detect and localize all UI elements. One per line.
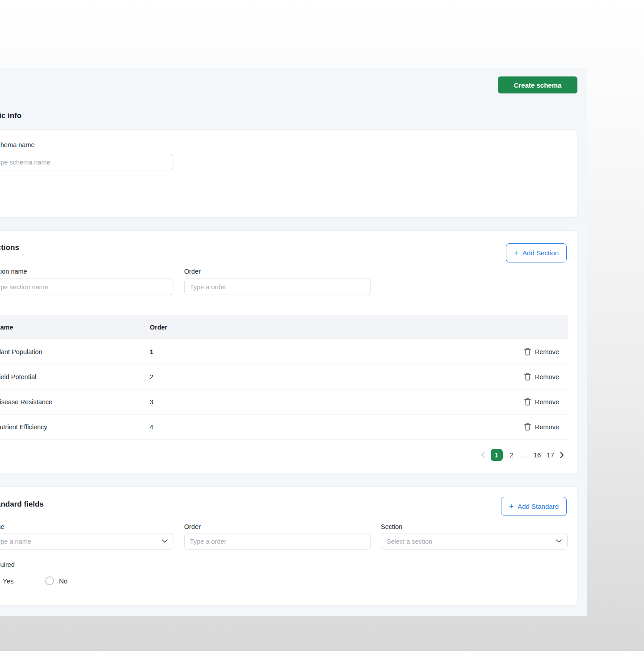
trash-icon: [524, 373, 531, 380]
section-order-cell: 4: [150, 423, 153, 431]
trash-icon: [524, 348, 531, 355]
no-radio[interactable]: [45, 576, 54, 585]
standard-fields-card: Standard fields + Add Standard Name Orde…: [0, 486, 578, 606]
pagination-page-1[interactable]: 1: [491, 449, 503, 461]
section-name-label: Section name: [0, 268, 27, 275]
section-order-cell: 2: [150, 373, 153, 380]
remove-label: Remove: [535, 373, 559, 380]
column-header-order: Order: [150, 324, 168, 331]
remove-section-button[interactable]: Remove: [524, 398, 559, 406]
add-standard-button[interactable]: + Add Standard: [501, 497, 567, 516]
create-schema-button[interactable]: Create schema: [498, 76, 577, 93]
trash-icon: [524, 423, 531, 431]
add-section-button[interactable]: + Add Section: [506, 243, 567, 262]
schema-name-input[interactable]: [0, 154, 173, 170]
pagination: 1 2 … 16 17: [481, 449, 564, 461]
section-order-cell: 3: [150, 398, 153, 406]
content-panel: Schema › New schema Create schema Basic …: [0, 68, 587, 616]
sections-card: Sections + Add Section Section name Orde…: [0, 230, 578, 474]
basic-info-card: Schema name: [0, 129, 578, 218]
sections-title: Sections: [0, 243, 19, 252]
section-name-cell: Disease Resistance: [0, 398, 52, 406]
remove-label: Remove: [535, 398, 559, 406]
standard-name-label: Name: [0, 523, 4, 530]
section-order-label: Order: [184, 268, 201, 275]
section-order-input[interactable]: [184, 279, 371, 295]
standard-fields-title: Standard fields: [0, 500, 44, 509]
page-background: Schema › New schema Create schema Basic …: [0, 0, 644, 651]
section-name-cell: Plant Population: [0, 348, 42, 355]
standard-section-label: Section: [381, 523, 402, 530]
add-section-label: Add Section: [522, 249, 559, 257]
section-order-cell: 1: [150, 348, 153, 355]
remove-label: Remove: [535, 348, 559, 355]
no-radio-label: No: [59, 577, 67, 585]
standard-name-select[interactable]: [0, 533, 173, 550]
table-row: Yield Potential 2 Remove: [0, 364, 568, 389]
required-no-option[interactable]: No: [45, 576, 67, 585]
standard-section-input[interactable]: [381, 533, 568, 550]
sections-table: Name Order Plant Population 1 Remove Yie…: [0, 315, 568, 440]
standard-section-select[interactable]: [381, 533, 568, 550]
pagination-prev-icon[interactable]: [481, 452, 485, 458]
column-header-name: Name: [0, 324, 13, 331]
basic-info-title: Basic info: [0, 111, 21, 120]
required-label: Required: [0, 561, 15, 568]
plus-icon: +: [514, 249, 519, 257]
section-name-cell: Yield Potential: [0, 373, 36, 380]
remove-section-button[interactable]: Remove: [524, 373, 559, 380]
schema-name-label: Schema name: [0, 141, 35, 148]
plus-icon: +: [509, 503, 514, 511]
pagination-page-2[interactable]: 2: [509, 451, 515, 459]
standard-order-label: Order: [184, 523, 201, 530]
pagination-page-17[interactable]: 17: [547, 451, 554, 459]
pagination-ellipsis: …: [521, 451, 528, 459]
remove-section-button[interactable]: Remove: [524, 423, 559, 431]
pagination-page-16[interactable]: 16: [534, 451, 541, 459]
section-name-cell: Nutrient Efficiency: [0, 423, 47, 431]
table-row: Nutrient Efficiency 4 Remove: [0, 414, 568, 440]
trash-icon: [524, 398, 531, 406]
standard-order-input[interactable]: [184, 533, 371, 550]
remove-label: Remove: [535, 423, 559, 431]
section-name-input[interactable]: [0, 279, 173, 295]
table-row: Plant Population 1 Remove: [0, 339, 568, 364]
standard-name-input[interactable]: [0, 533, 173, 550]
yes-radio-label: Yes: [3, 577, 13, 585]
table-row: Disease Resistance 3 Remove: [0, 389, 568, 414]
remove-section-button[interactable]: Remove: [524, 348, 559, 355]
required-yes-option[interactable]: Yes: [0, 576, 13, 585]
table-header-row: Name Order: [0, 315, 568, 339]
add-standard-label: Add Standard: [518, 503, 559, 510]
pagination-next-icon[interactable]: [560, 452, 564, 458]
